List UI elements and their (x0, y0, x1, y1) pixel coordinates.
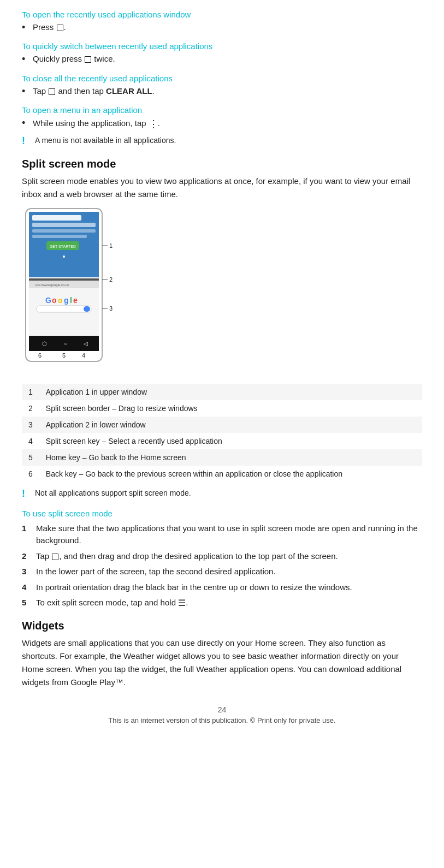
note-split-screen: ! Not all applications support split scr… (22, 487, 422, 500)
bullet-text-3: Tap and then tap CLEAR ALL. (33, 85, 155, 98)
bullet-text-1: Press . (33, 21, 66, 34)
heading-open-menu: To open a menu in an application (22, 105, 422, 115)
svg-text:6: 6 (38, 352, 42, 359)
svg-point-8 (63, 255, 65, 258)
step-1: 1 Make sure that the two applications th… (22, 522, 422, 547)
square-icon-2 (85, 56, 91, 63)
step-text-3: In the lower part of the screen, tap the… (36, 566, 276, 578)
svg-text:◁: ◁ (84, 341, 88, 347)
bullet-dot-4: • (22, 117, 32, 129)
split-screen-section: Split screen mode Split screen mode enab… (22, 158, 422, 610)
bullet-text-2: Quickly press twice. (33, 53, 115, 66)
table-cell-num: 2 (22, 400, 39, 417)
split-screen-steps: 1 Make sure that the two applications th… (22, 522, 422, 610)
svg-rect-3 (32, 223, 96, 227)
svg-text:l: l (70, 296, 72, 305)
svg-text:o: o (58, 296, 63, 305)
square-icon-3 (49, 88, 55, 95)
table-cell-label: Split screen key – Select a recently use… (39, 433, 422, 449)
page-number: 24 (22, 705, 422, 714)
table-cell-num: 5 (22, 449, 39, 466)
bullet-text-4: While using the application, tap ⋮. (33, 117, 160, 132)
table-row: 1 Application 1 in upper window (22, 384, 422, 400)
step-3: 3 In the lower part of the screen, tap t… (22, 566, 422, 578)
table-row: 2 Split screen border – Drag to resize w… (22, 400, 422, 417)
page-footer: 24 This is an internet version of this p… (22, 705, 422, 724)
bullet-open-menu: • While using the application, tap ⋮. (22, 117, 422, 132)
bullet-open-recently: • Press . (22, 21, 422, 34)
table-row: 3 Application 2 in lower window (22, 417, 422, 433)
svg-text:4: 4 (82, 352, 85, 359)
split-screen-title: Split screen mode (22, 158, 422, 170)
split-screen-diagram-area: GET STARTED tps://www.google.co.uk G o o… (22, 207, 422, 378)
step-text-2: Tap , and then drag and drop the desired… (36, 550, 338, 563)
svg-text:tps://www.google.co.uk: tps://www.google.co.uk (35, 283, 69, 287)
use-split-screen-heading-container: To use split screen mode (22, 509, 422, 518)
sections-container: To open the recently used applications w… (22, 10, 422, 148)
svg-text:G: G (45, 296, 51, 305)
table-row: 6 Back key – Go back to the previous scr… (22, 466, 422, 482)
square-icon-step2 (52, 554, 58, 560)
table-cell-label: Split screen border – Drag to resize win… (39, 400, 422, 417)
svg-text:1: 1 (109, 242, 113, 249)
split-screen-description: Split screen mode enables you to view tw… (22, 175, 422, 201)
footer-note: This is an internet version of this publ… (22, 716, 422, 724)
step-2: 2 Tap , and then drag and drop the desir… (22, 550, 422, 563)
table-cell-label: Back key – Go back to the previous scree… (39, 466, 422, 482)
bullet-dot-1: • (22, 21, 32, 34)
bullet-close-recently: • Tap and then tap CLEAR ALL. (22, 85, 422, 98)
step-text-5: To exit split screen mode, tap and hold … (36, 597, 188, 610)
step-4: 4 In portrait orientation drag the black… (22, 581, 422, 594)
svg-text:e: e (73, 296, 78, 305)
svg-text:GET STARTED: GET STARTED (50, 245, 76, 248)
table-cell-num: 1 (22, 384, 39, 400)
note-menu-text: A menu is not available in all applicati… (35, 135, 176, 146)
table-cell-num: 3 (22, 417, 39, 433)
svg-text:o: o (52, 296, 57, 305)
section-open-menu: To open a menu in an application • While… (22, 105, 422, 147)
step-num-1: 1 (22, 522, 34, 535)
svg-text:⬡: ⬡ (42, 341, 47, 347)
bullet-dot-3: • (22, 85, 32, 98)
step-5: 5 To exit split screen mode, tap and hol… (22, 597, 422, 610)
table-cell-label: Application 1 in upper window (39, 384, 422, 400)
bullet-dot-2: • (22, 53, 32, 66)
svg-text:g: g (64, 296, 69, 305)
svg-rect-19 (37, 306, 91, 312)
square-icon-1 (57, 25, 63, 31)
table-cell-num: 4 (22, 433, 39, 449)
svg-rect-4 (32, 229, 96, 233)
svg-text:2: 2 (109, 276, 113, 283)
note-split-screen-text: Not all applications support split scree… (35, 487, 191, 499)
svg-rect-5 (32, 235, 87, 238)
section-switch-recently: To quickly switch between recently used … (22, 41, 422, 66)
svg-text:○: ○ (64, 341, 67, 347)
note-exclamation-icon-2: ! (22, 487, 32, 500)
table-cell-label: Application 2 in lower window (39, 417, 422, 433)
widgets-title: Widgets (22, 620, 422, 632)
step-num-3: 3 (22, 566, 34, 578)
note-exclamation-icon-1: ! (22, 135, 32, 147)
table-row: 5 Home key – Go back to the Home screen (22, 449, 422, 466)
heading-switch-recently: To quickly switch between recently used … (22, 41, 422, 51)
step-text-1: Make sure that the two applications that… (36, 522, 422, 547)
three-dots-icon: ⋮ (149, 118, 158, 129)
table-row: 4 Split screen key – Select a recently u… (22, 433, 422, 449)
svg-rect-20 (84, 306, 90, 312)
step-num-5: 5 (22, 597, 34, 609)
phone-diagram: GET STARTED tps://www.google.co.uk G o o… (22, 207, 120, 378)
step-num-2: 2 (22, 550, 34, 563)
section-close-recently: To close all the recently used applicati… (22, 74, 422, 98)
svg-text:5: 5 (62, 352, 66, 359)
heading-close-recently: To close all the recently used applicati… (22, 74, 422, 83)
step-num-4: 4 (22, 581, 34, 594)
hold-icon: ☰ (178, 598, 186, 608)
table-cell-num: 6 (22, 466, 39, 482)
widgets-section: Widgets Widgets are small applications t… (22, 620, 422, 689)
step-text-4: In portrait orientation drag the black b… (36, 581, 352, 594)
bullet-switch-recently: • Quickly press twice. (22, 53, 422, 66)
svg-rect-9 (29, 278, 99, 281)
heading-open-recently: To open the recently used applications w… (22, 10, 422, 19)
section-open-recently: To open the recently used applications w… (22, 10, 422, 34)
widgets-description: Widgets are small applications that you … (22, 637, 422, 689)
